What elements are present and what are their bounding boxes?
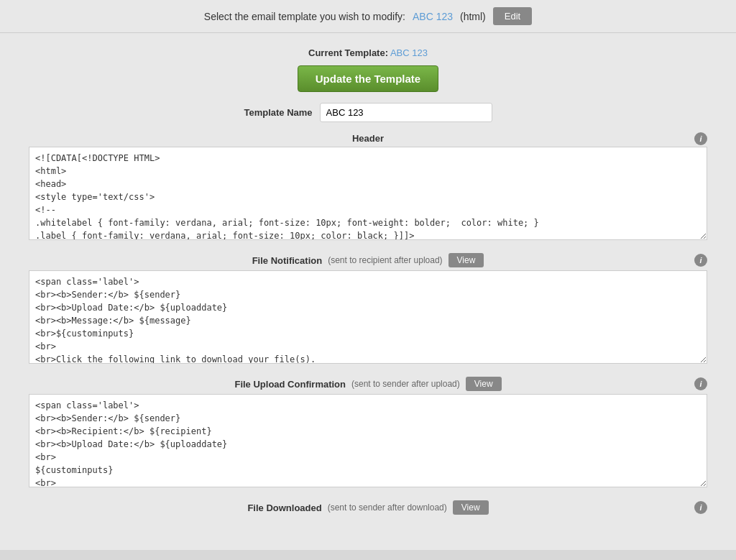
file-notification-info-icon[interactable]: i (694, 254, 707, 267)
current-template-label: Current Template: (308, 47, 388, 58)
current-template-row: Current Template: ABC 123 (29, 47, 707, 58)
template-link[interactable]: ABC 123 (413, 11, 453, 22)
html-label: (html) (460, 11, 486, 22)
file-upload-view-button[interactable]: View (466, 377, 502, 391)
update-template-button[interactable]: Update the Template (298, 65, 438, 92)
file-downloaded-info-icon[interactable]: i (694, 501, 707, 514)
section-header-block: Header i <![CDATA[<!DOCTYPE HTML> <html>… (29, 133, 707, 242)
header-section-title: Header (352, 133, 384, 144)
header-info-icon[interactable]: i (694, 132, 707, 145)
template-name-input[interactable] (320, 103, 492, 122)
main-content: Current Template: ABC 123 Update the Tem… (0, 33, 736, 550)
section-file-notification-block: File Notification (sent to recipient aft… (29, 253, 707, 366)
file-upload-subtitle: (sent to sender after upload) (351, 379, 460, 389)
section-file-downloaded-row: File Downloaded (sent to sender after do… (29, 500, 707, 515)
file-upload-info-icon[interactable]: i (694, 377, 707, 390)
file-notification-textarea[interactable]: <span class='label'> <br><b>Sender:</b> … (29, 270, 707, 364)
template-name-row: Template Name (29, 103, 707, 122)
file-downloaded-subtitle: (sent to sender after download) (328, 502, 447, 513)
edit-button[interactable]: Edit (493, 7, 532, 25)
file-notification-subtitle: (sent to recipient after upload) (328, 255, 442, 265)
file-notification-title: File Notification (252, 255, 323, 266)
update-btn-row: Update the Template (29, 65, 707, 92)
template-name-label: Template Name (244, 107, 312, 118)
current-template-name: ABC 123 (390, 47, 428, 58)
section-file-downloaded-block: File Downloaded (sent to sender after do… (29, 500, 707, 515)
header-textarea[interactable]: <![CDATA[<!DOCTYPE HTML> <html> <head> <… (29, 147, 707, 240)
section-file-upload-row: File Upload Confirmation (sent to sender… (29, 377, 707, 391)
section-header-row: Header i (29, 133, 707, 144)
section-file-upload-block: File Upload Confirmation (sent to sender… (29, 377, 707, 490)
file-notification-view-button[interactable]: View (448, 253, 484, 267)
file-upload-textarea[interactable]: <span class='label'> <br><b>Sender:</b> … (29, 394, 707, 487)
file-upload-title: File Upload Confirmation (234, 379, 346, 390)
select-template-label: Select the email template you wish to mo… (204, 11, 405, 22)
file-downloaded-title: File Downloaded (247, 502, 321, 513)
top-bar: Select the email template you wish to mo… (0, 0, 736, 33)
file-downloaded-view-button[interactable]: View (453, 500, 489, 515)
section-file-notification-row: File Notification (sent to recipient aft… (29, 253, 707, 267)
